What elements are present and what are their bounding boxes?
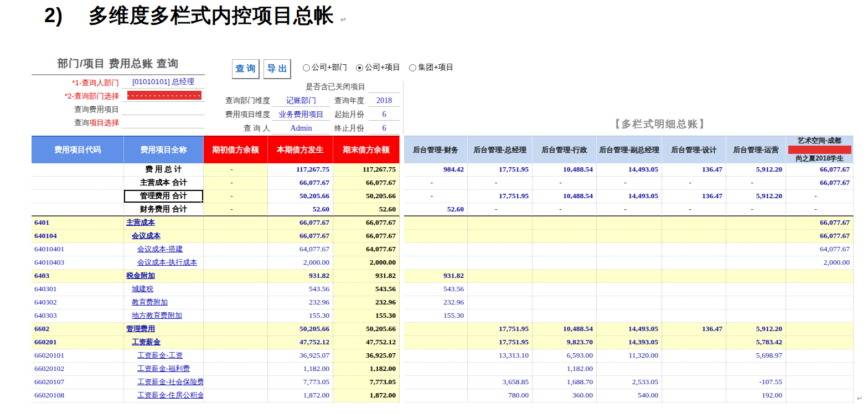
cell-period-debit[interactable]: 117,267.75 bbox=[268, 163, 333, 177]
cell-dept-value[interactable] bbox=[597, 283, 662, 296]
cell-closing-balance[interactable]: 232.96 bbox=[333, 296, 400, 309]
cell-dept-value[interactable]: - bbox=[404, 190, 468, 203]
cell-opening-balance[interactable] bbox=[204, 309, 268, 323]
cell-dept-value[interactable] bbox=[404, 336, 468, 349]
cell-dept-value[interactable] bbox=[533, 309, 597, 323]
cell-expense-name[interactable]: 费 用 总 计 bbox=[124, 163, 204, 177]
radio-icon[interactable] bbox=[303, 64, 310, 71]
cell-dept-value[interactable] bbox=[726, 270, 786, 283]
cell-dept-value[interactable] bbox=[533, 256, 597, 270]
cell-dept-value[interactable]: - bbox=[533, 203, 597, 216]
cell-dept-value[interactable] bbox=[726, 309, 786, 323]
scope-radio-0[interactable]: 公司+部门 bbox=[303, 63, 347, 73]
cell-expense-code[interactable] bbox=[32, 177, 124, 190]
cell-dept-value[interactable] bbox=[662, 363, 726, 376]
cell-dept-value[interactable]: - bbox=[468, 203, 533, 216]
cell-dept-value[interactable]: 360.00 bbox=[533, 389, 597, 402]
cell-expense-name[interactable]: 工资薪金 bbox=[124, 336, 204, 349]
cell-expense-name[interactable]: 工资薪金-住房公积金（单位） bbox=[124, 389, 204, 402]
cell-expense-code[interactable]: 6602 bbox=[32, 323, 124, 336]
cell-dept-value[interactable]: - bbox=[726, 203, 786, 216]
cell-dept-value[interactable] bbox=[404, 389, 468, 402]
cell-opening-balance[interactable] bbox=[204, 376, 268, 389]
cell-closing-balance[interactable]: 50,205.66 bbox=[333, 323, 400, 336]
cell-dept-value[interactable] bbox=[662, 270, 726, 283]
cell-opening-balance[interactable] bbox=[204, 323, 268, 336]
cell-opening-balance[interactable] bbox=[204, 243, 268, 256]
cell-dept-value[interactable]: 5,783.42 bbox=[726, 336, 786, 349]
cell-dept-value[interactable] bbox=[468, 296, 533, 309]
cell-opening-balance[interactable] bbox=[204, 389, 268, 402]
cell-expense-name[interactable]: 主营成本 bbox=[124, 216, 204, 230]
cell-opening-balance[interactable] bbox=[204, 270, 268, 283]
scope-radio-1[interactable]: 公司+项目 bbox=[356, 63, 400, 73]
cell-dept-value[interactable]: 17,751.95 bbox=[468, 336, 533, 349]
cell-dept-value[interactable] bbox=[726, 256, 786, 270]
cell-closing-balance[interactable]: 64,077.67 bbox=[333, 243, 400, 256]
cell-dept-value[interactable] bbox=[726, 243, 786, 256]
cell-period-debit[interactable]: 2,000.00 bbox=[268, 256, 333, 270]
cell-expense-name[interactable]: 教育费附加 bbox=[124, 296, 204, 309]
cell-opening-balance[interactable] bbox=[204, 336, 268, 349]
cell-expense-code[interactable]: 66020101 bbox=[32, 349, 124, 363]
cell-dept-value[interactable] bbox=[468, 243, 533, 256]
cell-expense-code[interactable]: 66020102 bbox=[32, 363, 124, 376]
cell-dept-value[interactable] bbox=[533, 230, 597, 243]
operator-field[interactable]: Admin bbox=[272, 123, 330, 135]
radio-icon[interactable] bbox=[409, 64, 416, 71]
cell-opening-balance[interactable] bbox=[204, 349, 268, 363]
cell-dept-value[interactable] bbox=[468, 309, 533, 323]
cell-expense-name[interactable]: 地方教育费附加 bbox=[124, 309, 204, 323]
cell-closing-balance[interactable]: 7,773.05 bbox=[333, 376, 400, 389]
cell-period-debit[interactable]: 52.60 bbox=[268, 203, 333, 216]
cell-dept-value[interactable]: - bbox=[726, 177, 786, 190]
cell-dept-value[interactable]: 780.00 bbox=[468, 389, 533, 402]
cell-period-debit[interactable]: 66,077.67 bbox=[268, 177, 333, 190]
cell-closing-balance[interactable]: 1,872.00 bbox=[333, 389, 400, 402]
cell-opening-balance[interactable] bbox=[204, 283, 268, 296]
operator-dept-field[interactable]: [01010101] 总经理 bbox=[122, 76, 205, 89]
cell-dept-value[interactable] bbox=[786, 270, 854, 283]
cell-expense-code[interactable]: 640303 bbox=[32, 309, 124, 323]
cell-period-debit[interactable]: 232.96 bbox=[268, 296, 333, 309]
cell-dept-value[interactable] bbox=[662, 376, 726, 389]
cell-dept-value[interactable] bbox=[533, 270, 597, 283]
cell-dept-value[interactable]: - bbox=[468, 177, 533, 190]
cell-expense-name[interactable]: 财务费用 合计 bbox=[124, 203, 204, 216]
cell-dept-value[interactable]: 3,658.85 bbox=[468, 376, 533, 389]
cell-dept-value[interactable] bbox=[533, 243, 597, 256]
cell-expense-code[interactable]: 640301 bbox=[32, 283, 124, 296]
cell-closing-balance[interactable]: 66,077.67 bbox=[333, 216, 400, 230]
cell-period-debit[interactable]: 155.30 bbox=[268, 309, 333, 323]
cell-dept-value[interactable]: 931.82 bbox=[404, 270, 468, 283]
cell-dept-value[interactable] bbox=[404, 243, 468, 256]
cell-expense-name[interactable]: 会议成本-执行成本 bbox=[124, 256, 204, 270]
cell-opening-balance[interactable]: - bbox=[204, 163, 268, 177]
cell-dept-value[interactable] bbox=[786, 349, 854, 363]
cell-dept-value[interactable] bbox=[468, 270, 533, 283]
dept-select-field[interactable] bbox=[122, 90, 205, 102]
radio-icon[interactable] bbox=[356, 64, 363, 71]
cell-dept-value[interactable] bbox=[786, 309, 854, 323]
cell-dept-value[interactable] bbox=[726, 283, 786, 296]
cell-dept-value[interactable] bbox=[597, 216, 662, 230]
cell-dept-value[interactable] bbox=[726, 296, 786, 309]
start-month-field[interactable]: 6 bbox=[369, 109, 400, 121]
cell-period-debit[interactable]: 543.56 bbox=[268, 283, 333, 296]
cell-dept-value[interactable] bbox=[597, 256, 662, 270]
cell-expense-code[interactable]: 66020107 bbox=[32, 376, 124, 389]
cell-dept-value[interactable] bbox=[404, 363, 468, 376]
cell-expense-code[interactable] bbox=[32, 203, 124, 216]
cell-dept-value[interactable] bbox=[726, 216, 786, 230]
cell-dept-value[interactable] bbox=[726, 363, 786, 376]
cell-expense-code[interactable]: 640302 bbox=[32, 296, 124, 309]
cell-dept-value[interactable]: 232.96 bbox=[404, 296, 468, 309]
cell-dept-value[interactable]: 543.56 bbox=[404, 283, 468, 296]
cell-expense-name[interactable]: 会议成本 bbox=[124, 230, 204, 243]
cell-expense-name[interactable]: 工资薪金-社会保险费（单位） bbox=[124, 376, 204, 389]
cell-opening-balance[interactable] bbox=[204, 296, 268, 309]
cell-dept-value[interactable]: 66,077.67 bbox=[786, 230, 854, 243]
cell-dept-value[interactable]: 64,077.67 bbox=[786, 243, 854, 256]
cell-expense-code[interactable]: 660201 bbox=[32, 336, 124, 349]
cell-dept-value[interactable] bbox=[662, 243, 726, 256]
